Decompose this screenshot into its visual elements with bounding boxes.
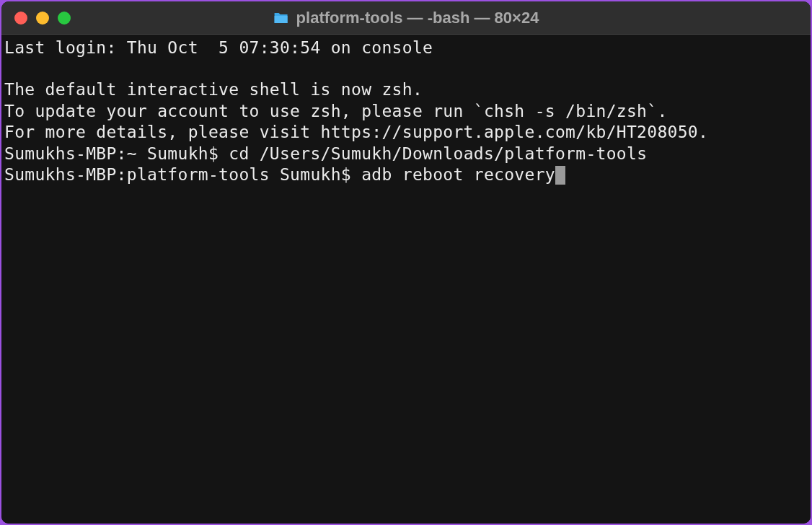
terminal-window: platform-tools — -bash — 80×24 Last logi… (1, 1, 811, 524)
shell-command: cd /Users/Sumukh/Downloads/platform-tool… (229, 144, 647, 164)
minimize-button[interactable] (36, 12, 49, 25)
folder-icon (273, 12, 289, 25)
terminal-output-line: For more details, please visit https://s… (4, 122, 808, 143)
titlebar[interactable]: platform-tools — -bash — 80×24 (1, 1, 811, 35)
shell-prompt: Sumukhs-MBP:platform-tools Sumukh$ (4, 164, 361, 185)
terminal-output-line: To update your account to use zsh, pleas… (4, 101, 808, 122)
close-button[interactable] (14, 12, 27, 25)
window-title: platform-tools — -bash — 80×24 (296, 9, 539, 27)
cursor (555, 166, 565, 185)
traffic-lights (14, 12, 71, 25)
title-content: platform-tools — -bash — 80×24 (273, 9, 539, 27)
terminal-prompt-line: Sumukhs-MBP:~ Sumukh$ cd /Users/Sumukh/D… (4, 144, 808, 164)
terminal-output-line: Last login: Thu Oct 5 07:30:54 on consol… (4, 38, 808, 58)
shell-prompt: Sumukhs-MBP:~ Sumukh$ (4, 144, 229, 164)
terminal-prompt-line: Sumukhs-MBP:platform-tools Sumukh$ adb r… (4, 164, 808, 185)
blank-line (4, 58, 808, 79)
zoom-button[interactable] (58, 12, 71, 25)
terminal-body[interactable]: Last login: Thu Oct 5 07:30:54 on consol… (1, 35, 811, 524)
terminal-output-line: The default interactive shell is now zsh… (4, 79, 808, 100)
shell-command: adb reboot recovery (361, 164, 555, 185)
